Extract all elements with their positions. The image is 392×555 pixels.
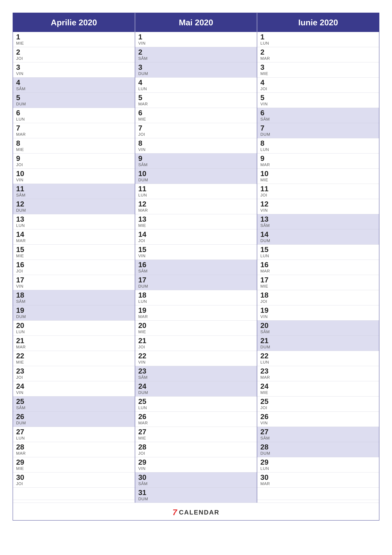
calendar-footer: 7 CALENDAR <box>13 503 379 520</box>
day-row: 15MIE <box>13 245 135 260</box>
day-number: 25 <box>260 398 273 405</box>
day-name: SÂM <box>260 223 273 228</box>
day-name: LUN <box>260 466 273 471</box>
day-row: 1MIE <box>13 32 135 47</box>
day-info: 12DUM <box>16 200 29 213</box>
day-number: 24 <box>16 383 29 390</box>
day-info: 9MAR <box>260 155 273 167</box>
logo-text: CALENDAR <box>179 509 219 516</box>
day-info: 5DUM <box>16 94 29 106</box>
day-row: 30SÂM <box>135 472 257 488</box>
day-row: 8LUN <box>257 138 379 153</box>
day-info: 8VIN <box>138 139 151 152</box>
day-number: 27 <box>138 428 151 435</box>
day-info: 7DUM <box>260 124 273 137</box>
day-info: 24MIE <box>260 383 273 395</box>
day-info: 11JOI <box>260 185 273 197</box>
day-name: DUM <box>260 132 273 137</box>
day-row: 24VIN <box>13 381 135 396</box>
day-info: 2SÂM <box>138 48 151 61</box>
day-number: 13 <box>138 215 151 223</box>
months-header-row: Aprilie 2020Mai 2020Iunie 2020 <box>13 13 379 32</box>
day-info: 9SÂM <box>138 155 151 167</box>
day-row: 18JOI <box>257 290 379 305</box>
day-name: SÂM <box>260 329 273 334</box>
day-number: 16 <box>138 261 151 268</box>
day-number: 18 <box>16 292 29 299</box>
day-number: 5 <box>138 94 151 101</box>
day-info: 17DUM <box>138 276 151 289</box>
day-info: 20LUN <box>16 322 29 334</box>
day-row: 19MAR <box>135 305 257 321</box>
day-info: 6MIE <box>138 109 151 122</box>
day-number: 26 <box>260 413 273 420</box>
day-info: 26DUM <box>16 413 29 425</box>
day-name: MAR <box>16 451 29 456</box>
day-name: SÂM <box>138 375 151 380</box>
day-info: 21MAR <box>16 337 29 350</box>
day-name: SÂM <box>138 56 151 61</box>
day-row: 9JOI <box>13 153 135 169</box>
day-name: MIE <box>16 360 29 365</box>
day-row: 29MIE <box>13 457 135 472</box>
day-info: 11SÂM <box>16 185 29 197</box>
day-row: 12DUM <box>13 199 135 214</box>
day-row: 10DUM <box>135 169 257 184</box>
day-row: 25JOI <box>257 396 379 412</box>
day-row: 26MAR <box>135 412 257 427</box>
day-row: 30JOI <box>13 472 135 488</box>
day-info: 4SÂM <box>16 79 29 91</box>
day-info: 28JOI <box>138 443 151 456</box>
day-row: 6MIE <box>135 108 257 123</box>
day-name: DUM <box>138 177 151 183</box>
day-row: 16MAR <box>257 260 379 275</box>
day-name: DUM <box>16 421 29 425</box>
day-info: 28MAR <box>16 443 29 456</box>
day-row: 19VIN <box>257 305 379 321</box>
day-row: 13SÂM <box>257 214 379 229</box>
day-name: MIE <box>138 117 151 122</box>
day-info: 25LUN <box>138 398 151 410</box>
day-number: 13 <box>260 215 273 223</box>
day-row: 22VIN <box>135 351 257 366</box>
day-number: 11 <box>260 185 273 192</box>
day-info: 28DUM <box>260 443 273 456</box>
day-info: 4JOI <box>260 79 273 91</box>
month-col-2: 1LUN2MAR3MIE4JOI5VIN6SÂM7DUM8LUN9MAR10MI… <box>257 32 379 503</box>
day-name: DUM <box>16 314 29 319</box>
day-number: 25 <box>138 398 151 405</box>
day-info: 22MIE <box>16 352 29 365</box>
day-name: DUM <box>16 102 29 106</box>
day-row: 27SÂM <box>257 427 379 442</box>
day-info: 27SÂM <box>260 428 273 441</box>
day-info: 1MIE <box>16 33 29 46</box>
day-row: 5DUM <box>13 93 135 108</box>
day-number: 1 <box>16 33 29 41</box>
day-info: 25JOI <box>260 398 273 410</box>
day-number: 9 <box>138 155 151 162</box>
day-name: LUN <box>16 329 29 334</box>
month-col-0: 1MIE2JOI3VIN4SÂM5DUM6LUN7MAR8MIE9JOI10VI… <box>13 32 135 503</box>
day-info: 18LUN <box>138 292 151 304</box>
day-row: 14JOI <box>135 229 257 245</box>
day-number: 20 <box>260 322 273 329</box>
day-name: MIE <box>260 284 273 289</box>
day-number: 7 <box>16 124 29 132</box>
day-name: MIE <box>16 147 29 152</box>
day-row: 3VIN <box>13 62 135 78</box>
day-row: 8MIE <box>13 138 135 153</box>
day-info: 24VIN <box>16 383 29 395</box>
day-info: 27MIE <box>138 428 151 441</box>
day-number: 24 <box>138 383 151 390</box>
day-name: SÂM <box>16 193 29 197</box>
day-info: 16JOI <box>16 261 29 274</box>
day-name: LUN <box>138 86 151 91</box>
day-info: 8MIE <box>16 139 29 152</box>
day-number: 11 <box>16 185 29 192</box>
day-number: 17 <box>260 276 273 284</box>
day-name: MAR <box>260 269 273 274</box>
day-name: VIN <box>260 421 273 425</box>
day-name: LUN <box>260 254 273 258</box>
day-name: MAR <box>260 375 273 380</box>
day-row: 6SÂM <box>257 108 379 123</box>
